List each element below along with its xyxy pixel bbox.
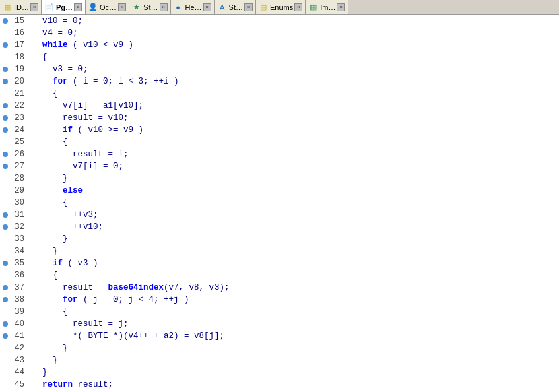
line-code[interactable]: { bbox=[30, 197, 68, 209]
line-dot bbox=[0, 224, 9, 230]
code-line: 41 *(_BYTE *)(v4++ + a2) = v8[j]; bbox=[0, 330, 559, 342]
line-code[interactable]: } bbox=[30, 366, 48, 379]
code-line: 42 } bbox=[0, 342, 559, 354]
line-code[interactable]: if ( v10 >= v9 ) bbox=[30, 124, 143, 136]
tab-label-tab3: Oc… bbox=[100, 3, 117, 11]
tab-label-tab5: He… bbox=[185, 3, 202, 11]
tab-icon-tab8: ▦ bbox=[308, 3, 318, 12]
line-code[interactable]: } bbox=[30, 354, 58, 366]
tab-tab6[interactable]: ASt…× bbox=[215, 0, 256, 15]
line-number: 24 bbox=[9, 124, 30, 136]
code-line: 21 { bbox=[0, 88, 559, 100]
line-code[interactable]: v10 = 0; bbox=[30, 15, 83, 27]
tab-close-tab6[interactable]: × bbox=[244, 3, 253, 11]
tab-label-tab1: ID… bbox=[14, 3, 29, 11]
code-line: 19 v3 = 0; bbox=[0, 63, 559, 75]
tab-close-tab5[interactable]: × bbox=[203, 3, 211, 11]
line-number: 23 bbox=[9, 112, 30, 124]
line-dot bbox=[0, 212, 9, 218]
line-code[interactable]: ++v3; bbox=[30, 209, 98, 221]
code-line: 18 { bbox=[0, 51, 559, 63]
tab-label-tab2: Pg… bbox=[56, 3, 73, 11]
tab-label-tab6: St… bbox=[229, 3, 243, 11]
line-number: 34 bbox=[9, 245, 30, 257]
line-number: 25 bbox=[9, 136, 30, 148]
line-code[interactable]: } bbox=[30, 342, 68, 354]
code-line: 30 { bbox=[0, 197, 559, 209]
line-code[interactable]: { bbox=[30, 306, 68, 318]
line-code[interactable]: } bbox=[30, 233, 68, 245]
line-code[interactable]: v3 = 0; bbox=[30, 63, 88, 75]
tab-close-tab8[interactable]: × bbox=[337, 3, 345, 11]
line-code[interactable]: } bbox=[30, 172, 68, 185]
line-dot bbox=[0, 103, 9, 108]
tab-tab4[interactable]: ★St…× bbox=[129, 0, 170, 15]
line-code[interactable]: } bbox=[30, 245, 58, 257]
line-code[interactable]: for ( j = 0; j < 4; ++j ) bbox=[30, 294, 189, 306]
tab-icon-tab3: 👤 bbox=[88, 3, 98, 12]
tab-tab8[interactable]: ▦Im…× bbox=[306, 0, 348, 15]
line-number: 33 bbox=[9, 233, 30, 245]
code-line: 22 v7[i] = a1[v10]; bbox=[0, 100, 559, 112]
line-code[interactable]: result = i; bbox=[30, 148, 129, 160]
code-line: 29 else bbox=[0, 185, 559, 197]
tab-tab7[interactable]: ▤Enums× bbox=[256, 0, 306, 15]
line-code[interactable]: { bbox=[30, 136, 68, 148]
code-line: 34 } bbox=[0, 245, 559, 257]
line-dot bbox=[0, 164, 9, 169]
code-area[interactable]: 15 v10 = 0;16 v4 = 0;17 while ( v10 < v9… bbox=[0, 15, 559, 392]
tab-close-tab1[interactable]: × bbox=[30, 3, 38, 11]
line-number: 35 bbox=[9, 257, 30, 269]
line-number: 43 bbox=[9, 354, 30, 366]
line-code[interactable]: return result; bbox=[30, 379, 113, 391]
tab-close-tab4[interactable]: × bbox=[160, 3, 168, 11]
line-code[interactable]: result = base64index(v7, v8, v3); bbox=[30, 282, 230, 294]
line-code[interactable]: { bbox=[30, 51, 48, 63]
line-code[interactable]: { bbox=[30, 88, 58, 100]
line-number: 44 bbox=[9, 366, 30, 379]
code-line: 26 result = i; bbox=[0, 148, 559, 160]
tab-tab5[interactable]: ●He…× bbox=[171, 0, 215, 15]
code-line: 24 if ( v10 >= v9 ) bbox=[0, 124, 559, 136]
tab-icon-tab4: ★ bbox=[132, 3, 141, 12]
line-code[interactable]: v4 = 0; bbox=[30, 27, 78, 39]
code-line: 16 v4 = 0; bbox=[0, 27, 559, 39]
line-code[interactable]: result = v10; bbox=[30, 112, 129, 124]
line-dot bbox=[0, 42, 9, 48]
tab-label-tab4: St… bbox=[143, 3, 158, 11]
code-line: 32 ++v10; bbox=[0, 221, 559, 233]
tab-icon-tab1: ▦ bbox=[3, 3, 12, 12]
tab-icon-tab5: ● bbox=[174, 3, 183, 12]
line-number: 19 bbox=[9, 63, 30, 75]
line-code[interactable]: else bbox=[30, 185, 83, 197]
line-code[interactable]: v7[i] = a1[v10]; bbox=[30, 100, 143, 112]
tab-bar: ▦ID…×📄Pg…×👤Oc…×★St…×●He…×ASt…×▤Enums×▦Im… bbox=[0, 0, 559, 15]
line-dot bbox=[0, 285, 9, 290]
code-line: 35 if ( v3 ) bbox=[0, 257, 559, 269]
line-code[interactable]: ++v10; bbox=[30, 221, 103, 233]
line-number: 18 bbox=[9, 51, 30, 63]
tab-tab2[interactable]: 📄Pg…× bbox=[42, 0, 86, 15]
line-code[interactable]: *(_BYTE *)(v4++ + a2) = v8[j]; bbox=[30, 330, 224, 342]
code-line: 36 { bbox=[0, 269, 559, 282]
tab-tab3[interactable]: 👤Oc…× bbox=[86, 0, 129, 15]
line-dot bbox=[0, 79, 9, 84]
tab-tab1[interactable]: ▦ID…× bbox=[0, 0, 42, 15]
tab-close-tab3[interactable]: × bbox=[118, 3, 126, 11]
line-dot bbox=[0, 127, 9, 133]
line-number: 21 bbox=[9, 88, 30, 100]
line-code[interactable]: if ( v3 ) bbox=[30, 257, 98, 269]
tab-close-tab2[interactable]: × bbox=[74, 3, 82, 11]
line-code[interactable]: for ( i = 0; i < 3; ++i ) bbox=[30, 75, 179, 88]
line-number: 36 bbox=[9, 269, 30, 282]
tab-close-tab7[interactable]: × bbox=[294, 3, 302, 11]
code-line: 40 result = j; bbox=[0, 318, 559, 330]
line-code[interactable]: result = j; bbox=[30, 318, 129, 330]
line-code[interactable]: v7[i] = 0; bbox=[30, 160, 123, 172]
line-dot bbox=[0, 152, 9, 157]
code-line: 37 result = base64index(v7, v8, v3); bbox=[0, 282, 559, 294]
line-code[interactable]: { bbox=[30, 269, 58, 282]
line-code[interactable]: while ( v10 < v9 ) bbox=[30, 39, 133, 51]
code-line: 17 while ( v10 < v9 ) bbox=[0, 39, 559, 51]
code-line: 15 v10 = 0; bbox=[0, 15, 559, 27]
